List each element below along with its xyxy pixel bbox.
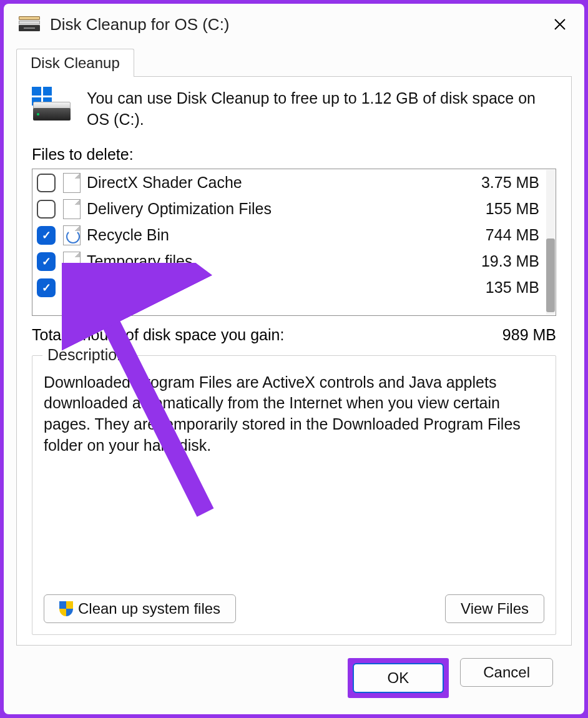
file-list-inner: DirectX Shader Cache 3.75 MB Delivery Op… — [33, 170, 544, 315]
item-size: 744 MB — [479, 226, 539, 244]
file-list[interactable]: DirectX Shader Cache 3.75 MB Delivery Op… — [32, 169, 556, 316]
checkbox[interactable] — [37, 252, 56, 271]
list-item[interactable]: DirectX Shader Cache 3.75 MB — [33, 170, 544, 196]
total-value: 989 MB — [502, 326, 556, 344]
content-area: Disk Cleanup You can use Disk Cleanup to… — [4, 41, 584, 714]
tab-strip: Disk Cleanup — [16, 49, 572, 76]
file-icon — [63, 252, 81, 272]
scrollbar-thumb[interactable] — [546, 239, 555, 312]
ok-highlight: OK — [348, 658, 449, 698]
file-icon — [63, 173, 81, 193]
shield-icon — [59, 601, 73, 616]
item-name: DirectX Shader Cache — [87, 174, 475, 192]
disk-cleanup-icon — [19, 16, 41, 32]
cancel-button[interactable]: Cancel — [460, 658, 553, 687]
drive-icon — [32, 88, 73, 120]
item-name: Recycle Bin — [87, 226, 479, 244]
item-size: 3.75 MB — [475, 174, 539, 192]
description-group: Description Downloaded Program Files are… — [32, 355, 556, 636]
total-label: Total amount of disk space you gain: — [32, 326, 284, 344]
list-item[interactable]: Recycle Bin 744 MB — [33, 222, 544, 248]
clean-up-system-files-button[interactable]: Clean up system files — [44, 594, 236, 623]
item-name: Temporary files — [87, 252, 475, 270]
list-item[interactable]: Thumbnails 135 MB — [33, 275, 544, 301]
checkbox[interactable] — [37, 174, 56, 192]
description-title: Description — [42, 346, 130, 364]
intro-row: You can use Disk Cleanup to free up to 1… — [32, 88, 556, 130]
group-buttons: Clean up system files View Files — [44, 587, 544, 623]
item-size: 135 MB — [479, 278, 539, 297]
item-size: 155 MB — [479, 200, 539, 218]
checkbox[interactable] — [37, 226, 56, 245]
recycle-bin-icon — [63, 225, 81, 245]
list-item[interactable]: Delivery Optimization Files 155 MB — [33, 196, 544, 222]
intro-text: You can use Disk Cleanup to free up to 1… — [87, 88, 556, 130]
scrollbar-track[interactable] — [546, 170, 555, 315]
file-icon — [63, 278, 81, 298]
checkbox[interactable] — [37, 278, 56, 297]
tab-disk-cleanup[interactable]: Disk Cleanup — [16, 49, 134, 77]
button-label: Clean up system files — [78, 600, 220, 617]
total-row: Total amount of disk space you gain: 989… — [32, 326, 556, 344]
file-icon — [63, 199, 81, 219]
item-size: 19.3 MB — [475, 252, 539, 270]
window-title: Disk Cleanup for OS (C:) — [50, 15, 230, 34]
dialog-window: Disk Cleanup for OS (C:) Disk Cleanup Yo… — [4, 4, 584, 714]
files-to-delete-label: Files to delete: — [32, 145, 556, 164]
button-label: Cancel — [483, 664, 530, 681]
button-label: View Files — [461, 600, 529, 617]
item-name: Delivery Optimization Files — [87, 200, 479, 218]
list-item[interactable]: Temporary files 19.3 MB — [33, 248, 544, 275]
button-label: OK — [388, 669, 409, 687]
tab-panel: You can use Disk Cleanup to free up to 1… — [16, 76, 572, 646]
checkbox[interactable] — [37, 200, 56, 219]
titlebar: Disk Cleanup for OS (C:) — [4, 4, 584, 41]
description-text: Downloaded Program Files are ActiveX con… — [44, 372, 544, 456]
item-name: Thumbnails — [87, 278, 479, 297]
close-icon[interactable] — [547, 11, 573, 37]
ok-button[interactable]: OK — [353, 663, 444, 693]
footer-buttons: OK Cancel — [16, 646, 572, 714]
view-files-button[interactable]: View Files — [445, 594, 544, 623]
